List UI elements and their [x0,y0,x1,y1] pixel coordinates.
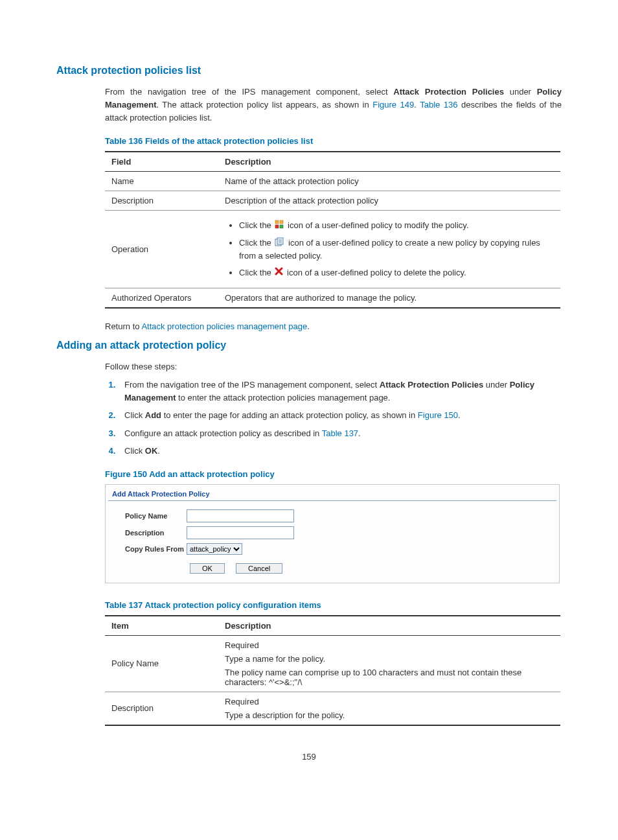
cell-op-d: Click the icon of a user-defined policy … [218,211,560,288]
table-136: Field Description Name Name of the attac… [105,151,560,308]
link-return-mgmt[interactable]: Attack protection policies management pa… [141,321,307,331]
para-intro-1: From the navigation tree of the IPS mana… [105,86,562,124]
cell-auth-f: Authorized Operators [105,288,218,308]
document-page: Attack protection policies list From the… [56,0,562,800]
copy-icon [275,237,284,250]
step-1: From the navigation tree of the IPS mana… [118,379,562,404]
table-137: Item Description Policy Name Required Ty… [105,615,560,726]
label-description: Description [125,529,187,537]
cell-policyname-d: Required Type a name for the policy. The… [218,635,560,692]
th-item: Item [105,616,218,636]
link-figure-150[interactable]: Figure 150 [418,410,458,420]
step-4: Click OK. [118,445,562,458]
delete-icon [275,266,283,279]
caption-figure-150: Figure 150 Add an attack protection poli… [105,469,562,479]
input-policy-name[interactable] [187,509,294,522]
step-2: Click Add to enter the page for adding a… [118,409,562,422]
op-bullet-copy: Click the icon of a user-defined policy … [239,237,554,262]
svg-rect-2 [275,225,279,228]
op-bullet-delete: Click the icon of a user-defined policy … [239,266,554,279]
label-policy-name: Policy Name [125,512,187,520]
caption-table-137: Table 137 Attack protection policy confi… [105,600,562,610]
link-table-137[interactable]: Table 137 [322,428,358,438]
caption-table-136: Table 136 Fields of the attack protectio… [105,136,562,146]
steps-list: From the navigation tree of the IPS mana… [105,379,562,458]
cell-name-f: Name [105,172,218,191]
cell-auth-d: Operators that are authorized to manage … [218,288,560,308]
heading-attack-list: Attack protection policies list [56,65,562,76]
cell-op-f: Operation [105,211,218,288]
step-3: Configure an attack protection policy as… [118,427,562,440]
link-figure-149[interactable]: Figure 149 [372,100,414,110]
cell-policyname-f: Policy Name [105,635,218,692]
para-follow: Follow these steps: [105,360,562,373]
input-description[interactable] [187,526,294,539]
th-desc: Description [218,616,560,636]
svg-rect-0 [275,220,279,224]
th-description: Description [218,152,560,172]
para-return: Return to Attack protection policies man… [105,320,562,333]
heading-adding: Adding an attack protection policy [56,340,562,351]
th-field: Field [105,152,218,172]
select-copy-rules[interactable]: attack_policy [187,543,242,555]
figure-150-panel: Add Attack Protection Policy Policy Name… [105,484,560,583]
cell-desc-f: Description [105,191,218,211]
figure-150-header: Add Attack Protection Policy [108,485,556,501]
svg-rect-1 [280,220,283,224]
cell-desc-d: Description of the attack protection pol… [218,191,560,211]
svg-rect-3 [280,225,283,228]
label-copy-rules: Copy Rules From [125,545,187,553]
cancel-button[interactable]: Cancel [236,563,282,574]
modify-icon [275,220,284,233]
page-number: 159 [56,752,562,762]
cell-name-d: Name of the attack protection policy [218,172,560,191]
ok-button[interactable]: OK [190,563,225,574]
cell-desc2-f: Description [105,692,218,725]
link-table-136[interactable]: Table 136 [420,100,457,110]
op-bullet-modify: Click the icon of a user-defined policy … [239,219,554,232]
cell-desc2-d: Required Type a description for the poli… [218,692,560,725]
